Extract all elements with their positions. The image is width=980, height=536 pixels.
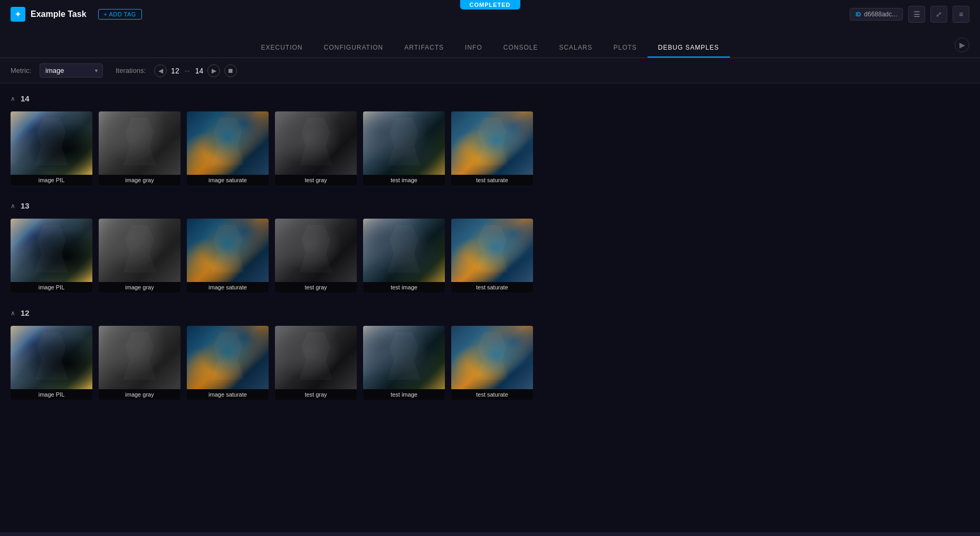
tab-plots[interactable]: PLOTS [603, 39, 647, 58]
logo-icon: ✦ [11, 7, 25, 22]
iter-start-value: 12 [171, 67, 179, 75]
iter-prev-button[interactable]: ◀ [154, 64, 167, 77]
toolbar: Metric: imagetest Iterations: ◀ 12 ↔ 14 … [0, 58, 980, 83]
section-14: ∧14image PILimage grayimage saturatetest… [11, 94, 969, 185]
section-number-13: 13 [21, 201, 30, 210]
image-card-img-test-saturate-14[interactable]: test saturate [451, 111, 533, 185]
image-thumb-img-test-gray-14 [275, 111, 357, 175]
tab-configuration[interactable]: CONFIGURATION [313, 39, 394, 58]
section-number-12: 12 [21, 308, 30, 317]
iteration-controls: ◀ 12 ↔ 14 ▶ ⏹ [154, 64, 237, 77]
image-thumb-img-test-saturate-14 [451, 111, 533, 175]
iter-play-button[interactable]: ▶ [207, 64, 220, 77]
images-grid-13: image PILimage grayimage saturatetest gr… [11, 219, 969, 293]
image-label-img-saturate-12: image saturate [187, 389, 269, 400]
image-card-img-test-gray-14[interactable]: test gray [275, 111, 357, 185]
section-header-12: ∧12 [11, 308, 969, 317]
fullscreen-icon-button[interactable]: ⤢ [930, 6, 947, 23]
image-label-img-test-gray-14: test gray [275, 175, 357, 185]
section-header-13: ∧13 [11, 201, 969, 210]
section-header-14: ∧14 [11, 94, 969, 103]
image-thumb-img-test-saturate-12 [451, 326, 533, 389]
status-badge: COMPLETED [460, 0, 520, 10]
image-card-img-saturate-12[interactable]: image saturate [187, 326, 269, 400]
section-toggle-14[interactable]: ∧ [11, 95, 15, 102]
notes-icon-button[interactable]: ☰ [908, 6, 925, 23]
image-thumb-img-saturate-14 [187, 111, 269, 175]
section-13: ∧13image PILimage grayimage saturatetest… [11, 201, 969, 293]
image-thumb-img-pil-13 [11, 219, 92, 282]
image-thumb-img-pil-14 [11, 111, 92, 175]
metric-select-wrapper: imagetest [40, 63, 103, 78]
image-label-img-test-saturate-12: test saturate [451, 389, 533, 400]
main-content: ∧14image PILimage grayimage saturatetest… [0, 83, 980, 532]
image-label-img-pil-13: image PIL [11, 282, 92, 293]
image-label-img-pil-12: image PIL [11, 389, 92, 400]
image-label-img-test-image-13: test image [363, 282, 445, 293]
image-thumb-img-test-image-13 [363, 219, 445, 282]
image-card-img-gray-13[interactable]: image gray [99, 219, 180, 293]
image-thumb-img-test-gray-12 [275, 326, 357, 389]
image-card-img-test-saturate-12[interactable]: test saturate [451, 326, 533, 400]
image-thumb-img-gray-14 [99, 111, 180, 175]
tab-debug-samples[interactable]: DEBUG SAMPLES [648, 39, 730, 58]
logo-area: ✦ Example Task + ADD TAG [11, 7, 142, 22]
image-card-img-test-image-13[interactable]: test image [363, 219, 445, 293]
add-tag-button[interactable]: + ADD TAG [98, 9, 142, 20]
image-label-img-gray-14: image gray [99, 175, 180, 185]
section-12: ∧12image PILimage grayimage saturatetest… [11, 308, 969, 400]
iter-stop-button[interactable]: ⏹ [224, 64, 237, 77]
images-grid-14: image PILimage grayimage saturatetest gr… [11, 111, 969, 185]
tab-artifacts[interactable]: ARTIFACTS [394, 39, 454, 58]
nav-tabs: EXECUTIONCONFIGURATIONARTIFACTSINFOCONSO… [0, 29, 980, 58]
tab-execution[interactable]: EXECUTION [250, 39, 313, 58]
section-toggle-13[interactable]: ∧ [11, 202, 15, 210]
image-label-img-gray-13: image gray [99, 282, 180, 293]
image-card-img-gray-12[interactable]: image gray [99, 326, 180, 400]
header-actions: ID d6688adc... ☰ ⤢ ≡ [850, 6, 969, 23]
image-thumb-img-test-saturate-13 [451, 219, 533, 282]
image-label-img-test-gray-12: test gray [275, 389, 357, 400]
image-card-img-pil-12[interactable]: image PIL [11, 326, 92, 400]
tab-info[interactable]: INFO [454, 39, 493, 58]
image-card-img-test-saturate-13[interactable]: test saturate [451, 219, 533, 293]
image-thumb-img-test-image-12 [363, 326, 445, 389]
image-card-img-saturate-14[interactable]: image saturate [187, 111, 269, 185]
menu-icon-button[interactable]: ≡ [953, 6, 969, 23]
iter-end-value: 14 [195, 67, 204, 75]
image-label-img-saturate-13: image saturate [187, 282, 269, 293]
image-card-img-test-image-12[interactable]: test image [363, 326, 445, 400]
image-thumb-img-test-gray-13 [275, 219, 357, 282]
image-card-img-test-gray-13[interactable]: test gray [275, 219, 357, 293]
image-thumb-img-gray-12 [99, 326, 180, 389]
image-thumb-img-gray-13 [99, 219, 180, 282]
image-card-img-gray-14[interactable]: image gray [99, 111, 180, 185]
id-value: d6688adc... [864, 11, 897, 18]
image-label-img-saturate-14: image saturate [187, 175, 269, 185]
iterations-label: Iterations: [116, 67, 146, 74]
image-thumb-img-test-image-14 [363, 111, 445, 175]
image-thumb-img-saturate-13 [187, 219, 269, 282]
metric-select[interactable]: imagetest [40, 63, 103, 78]
image-card-img-saturate-13[interactable]: image saturate [187, 219, 269, 293]
image-label-img-gray-12: image gray [99, 389, 180, 400]
images-grid-12: image PILimage grayimage saturatetest gr… [11, 326, 969, 400]
image-card-img-test-gray-12[interactable]: test gray [275, 326, 357, 400]
image-label-img-test-gray-13: test gray [275, 282, 357, 293]
tab-console[interactable]: CONSOLE [493, 39, 549, 58]
image-label-img-test-image-14: test image [363, 175, 445, 185]
task-id-badge: ID d6688adc... [850, 8, 903, 21]
section-toggle-12[interactable]: ∧ [11, 309, 15, 317]
id-label: ID [855, 12, 861, 17]
image-label-img-test-saturate-14: test saturate [451, 175, 533, 185]
image-label-img-test-image-12: test image [363, 389, 445, 400]
tab-scalars[interactable]: SCALARS [548, 39, 603, 58]
image-thumb-img-pil-12 [11, 326, 92, 389]
image-thumb-img-saturate-12 [187, 326, 269, 389]
image-card-img-pil-14[interactable]: image PIL [11, 111, 92, 185]
image-card-img-pil-13[interactable]: image PIL [11, 219, 92, 293]
play-icon-button[interactable]: ▶ [955, 37, 969, 52]
image-card-img-test-image-14[interactable]: test image [363, 111, 445, 185]
image-label-img-test-saturate-13: test saturate [451, 282, 533, 293]
image-label-img-pil-14: image PIL [11, 175, 92, 185]
